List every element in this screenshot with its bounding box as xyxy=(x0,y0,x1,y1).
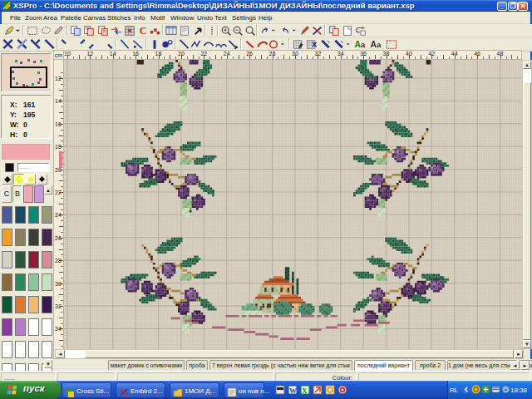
svg-text:a: a xyxy=(361,41,366,49)
svg-text:a: a xyxy=(377,41,382,49)
svg-text:X: X xyxy=(302,387,308,395)
svg-text:C: C xyxy=(140,25,147,37)
svg-text:W: W xyxy=(289,387,297,395)
